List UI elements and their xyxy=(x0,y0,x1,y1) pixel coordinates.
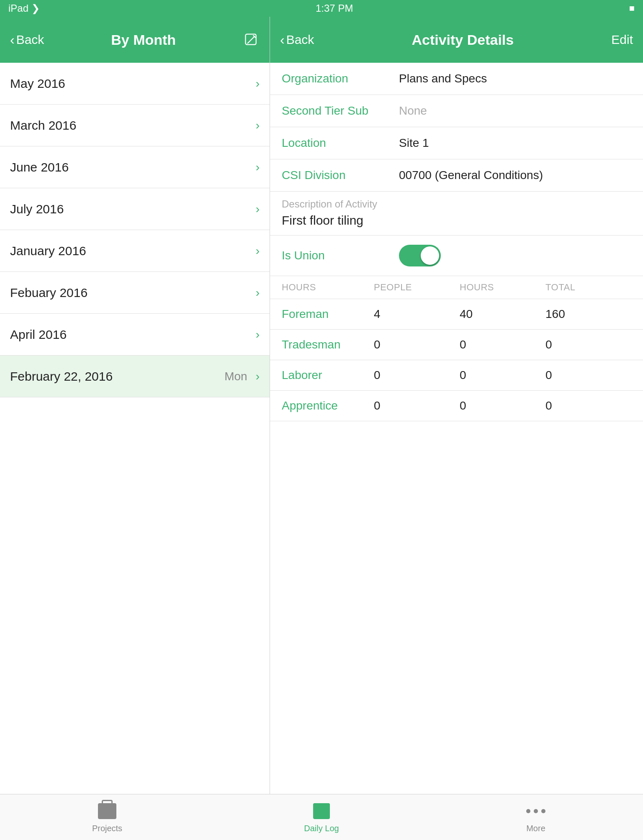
edit-button[interactable]: Edit xyxy=(611,33,633,47)
hours-row-hours: 0 xyxy=(460,369,545,382)
hours-row-total: 0 xyxy=(545,399,631,412)
hours-row-hours: 0 xyxy=(460,338,545,351)
tab-projects-label: Projects xyxy=(92,824,122,833)
left-panel: ‹ Back By Month May 2016›March 2016›June… xyxy=(0,17,270,794)
chevron-right-icon: › xyxy=(256,244,260,258)
month-item-label: Febuary 2016 xyxy=(10,286,87,300)
tab-more[interactable]: More xyxy=(429,801,643,833)
col-header-hours2: HOURS xyxy=(460,282,545,293)
csi-division-value: 00700 (General Conditions) xyxy=(399,169,631,182)
hours-row-total: 0 xyxy=(545,369,631,382)
status-bar-battery: ■ xyxy=(629,3,635,14)
right-header-title: Activity Details xyxy=(412,32,514,48)
col-header-people: PEOPLE xyxy=(374,282,460,293)
tab-more-label: More xyxy=(526,824,545,833)
compose-button[interactable] xyxy=(243,31,260,48)
chevron-right-icon: › xyxy=(256,161,260,174)
hours-row-hours: 0 xyxy=(460,399,545,412)
second-tier-row: Second Tier Sub None xyxy=(270,95,643,127)
toggle-track xyxy=(399,245,441,266)
hours-header-row: HOURS PEOPLE HOURS TOTAL xyxy=(270,276,643,299)
second-tier-value: None xyxy=(399,104,631,118)
projects-icon xyxy=(97,801,117,821)
month-item[interactable]: March 2016› xyxy=(0,105,270,146)
tab-bar: Projects Daily Log More xyxy=(0,794,643,840)
tab-daily-log-label: Daily Log xyxy=(304,824,339,833)
month-item-label: July 2016 xyxy=(10,202,64,216)
hours-row-label: Tradesman xyxy=(282,338,374,351)
right-header: ‹ Back Activity Details Edit xyxy=(270,17,643,63)
col-header-total: TOTAL xyxy=(545,282,631,293)
status-bar-time: 1:37 PM xyxy=(316,3,353,14)
hours-section: HOURS PEOPLE HOURS TOTAL Foreman440160Tr… xyxy=(270,276,643,421)
hours-row-people: 0 xyxy=(374,369,460,382)
is-union-toggle[interactable] xyxy=(399,245,441,266)
description-value: First floor tiling xyxy=(282,213,631,231)
month-item-label: June 2016 xyxy=(10,160,69,174)
chevron-right-icon: › xyxy=(256,370,260,383)
left-back-button[interactable]: ‹ Back xyxy=(10,32,44,48)
hours-row-people: 0 xyxy=(374,338,460,351)
hours-row-people: 4 xyxy=(374,307,460,321)
month-item[interactable]: Febuary 2016› xyxy=(0,272,270,314)
right-back-label: Back xyxy=(286,33,314,47)
left-back-label: Back xyxy=(16,33,44,47)
status-bar-device: iPad ❯ xyxy=(8,3,40,14)
more-icon xyxy=(526,801,546,821)
is-union-row: Is Union xyxy=(270,236,643,276)
chevron-left-icon: ‹ xyxy=(10,32,15,48)
hours-row-label: Apprentice xyxy=(282,399,374,412)
month-list: May 2016›March 2016›June 2016›July 2016›… xyxy=(0,63,270,794)
hours-row-hours: 40 xyxy=(460,307,545,321)
svg-rect-0 xyxy=(246,34,256,45)
location-label: Location xyxy=(282,136,399,150)
location-value: Site 1 xyxy=(399,136,631,150)
right-panel: ‹ Back Activity Details Edit Organizatio… xyxy=(270,17,643,794)
left-header: ‹ Back By Month xyxy=(0,17,270,63)
tab-daily-log[interactable]: Daily Log xyxy=(214,801,429,833)
hours-row-total: 0 xyxy=(545,338,631,351)
month-item-day: Mon xyxy=(224,370,247,383)
chevron-right-icon: › xyxy=(256,77,260,90)
month-item-label: May 2016 xyxy=(10,77,65,91)
description-section: Description of Activity First floor tili… xyxy=(270,192,643,236)
month-item[interactable]: January 2016› xyxy=(0,230,270,272)
detail-content: Organization Plans and Specs Second Tier… xyxy=(270,63,643,794)
month-item[interactable]: April 2016› xyxy=(0,314,270,356)
hours-data-row[interactable]: Laborer000 xyxy=(270,360,643,391)
month-item-label: April 2016 xyxy=(10,328,67,342)
left-header-title: By Month xyxy=(111,32,176,48)
hours-data-row[interactable]: Tradesman000 xyxy=(270,330,643,360)
chevron-left-icon: ‹ xyxy=(280,32,285,48)
toggle-thumb xyxy=(421,246,439,265)
chevron-right-icon: › xyxy=(256,328,260,341)
hours-data-row[interactable]: Foreman440160 xyxy=(270,299,643,330)
csi-division-label: CSI Division xyxy=(282,169,399,182)
organization-label: Organization xyxy=(282,72,399,85)
month-item-label: January 2016 xyxy=(10,244,86,258)
hours-row-total: 160 xyxy=(545,307,631,321)
hours-row-label: Foreman xyxy=(282,307,374,321)
main-layout: ‹ Back By Month May 2016›March 2016›June… xyxy=(0,17,643,794)
organization-row: Organization Plans and Specs xyxy=(270,63,643,95)
description-label: Description of Activity xyxy=(282,198,631,210)
second-tier-label: Second Tier Sub xyxy=(282,104,399,118)
status-bar: iPad ❯ 1:37 PM ■ xyxy=(0,0,643,17)
month-item[interactable]: June 2016› xyxy=(0,146,270,188)
chevron-right-icon: › xyxy=(256,119,260,132)
organization-value: Plans and Specs xyxy=(399,72,631,85)
location-row: Location Site 1 xyxy=(270,127,643,159)
right-back-button[interactable]: ‹ Back xyxy=(280,32,314,48)
month-item-label: February 22, 2016 xyxy=(10,369,113,384)
svg-line-1 xyxy=(247,36,255,44)
month-item[interactable]: July 2016› xyxy=(0,188,270,230)
csi-division-row: CSI Division 00700 (General Conditions) xyxy=(270,159,643,192)
month-item[interactable]: February 22, 2016Mon› xyxy=(0,356,270,397)
month-item-label: March 2016 xyxy=(10,118,76,133)
hours-row-people: 0 xyxy=(374,399,460,412)
tab-projects[interactable]: Projects xyxy=(0,801,214,833)
hours-row-label: Laborer xyxy=(282,369,374,382)
month-item[interactable]: May 2016› xyxy=(0,63,270,105)
is-union-label: Is Union xyxy=(282,249,399,262)
hours-data-row[interactable]: Apprentice000 xyxy=(270,391,643,421)
